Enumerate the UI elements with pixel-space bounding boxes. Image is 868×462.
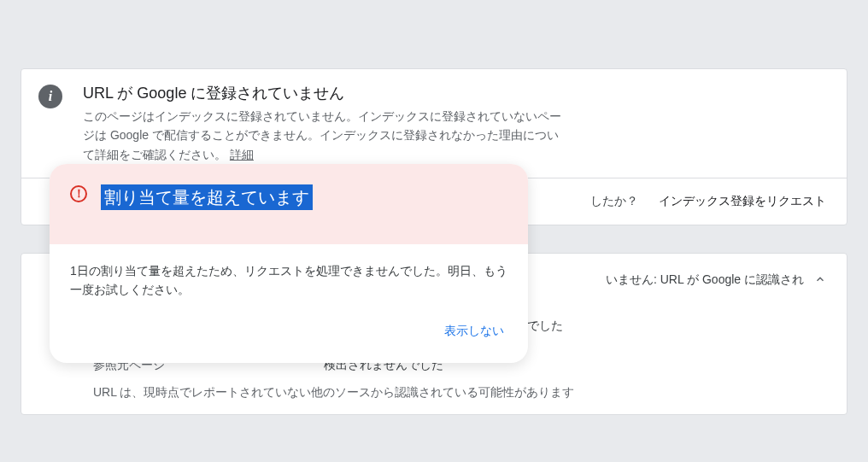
dismiss-button[interactable]: 表示しない (441, 317, 507, 346)
dialog-actions: 表示しない (50, 307, 528, 363)
detection-title: いません: URL が Google に認識され (606, 272, 804, 288)
alert-icon: ！ (70, 185, 87, 202)
chevron-up-icon (814, 273, 826, 288)
details-link[interactable]: 詳細 (230, 148, 254, 161)
info-icon: i (38, 85, 62, 108)
detection-note: URL は、現時点でレポートされていない他のソースから認識されている可能性があり… (93, 385, 826, 401)
card-header: i URL が Google に登録されていません このページはインデックスに登… (21, 69, 847, 178)
dialog-body: 1日の割り当て量を超えたため、リクエストを処理できませんでした。明日、もう一度お… (50, 244, 528, 307)
quota-exceeded-dialog: ！ 割り当て量を超えています 1日の割り当て量を超えたため、リクエストを処理でき… (50, 164, 528, 363)
request-index-button[interactable]: インデックス登録をリクエスト (659, 194, 826, 209)
dialog-header: ！ 割り当て量を超えています (50, 164, 528, 244)
changed-text: したか？ (590, 194, 638, 209)
card-description: このページはインデックスに登録されていません。インデックスに登録されていないペー… (83, 107, 561, 164)
card-title: URL が Google に登録されていません (83, 83, 561, 103)
dialog-title: 割り当て量を超えています (101, 184, 313, 210)
